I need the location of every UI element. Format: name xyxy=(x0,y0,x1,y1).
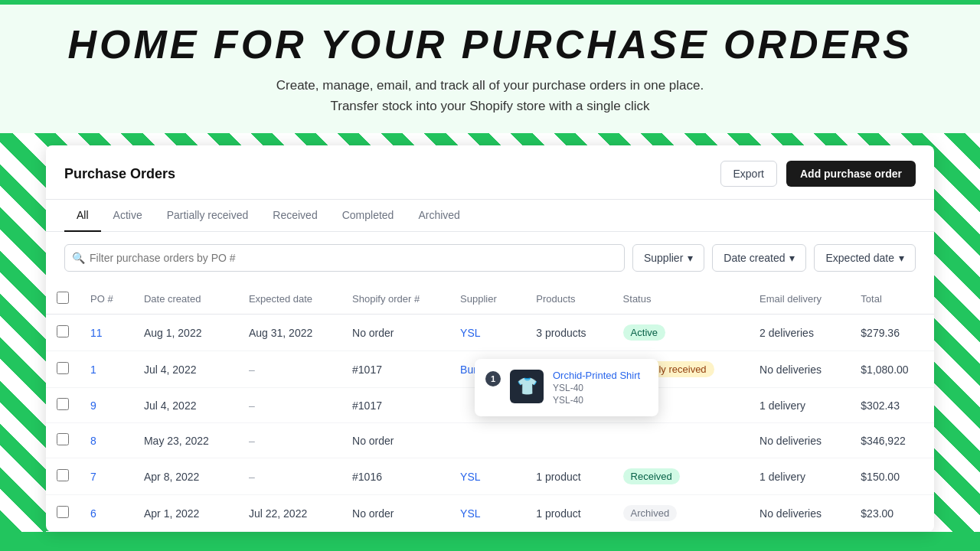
total-cell: $302.43 xyxy=(850,388,934,423)
date-created-cell: Aug 1, 2022 xyxy=(133,315,238,351)
add-purchase-order-button[interactable]: Add purchase order xyxy=(786,161,916,187)
status-badge: Archived xyxy=(623,505,678,521)
total-cell: $279.36 xyxy=(850,315,934,351)
export-button[interactable]: Export xyxy=(720,161,777,187)
search-wrapper: 🔍 xyxy=(64,244,625,272)
row-checkbox[interactable] xyxy=(57,362,69,374)
email-delivery-cell: No deliveries xyxy=(749,423,850,458)
table-row: 8 May 23, 2022 – No order No deliveries … xyxy=(46,423,934,458)
status-cell: Active xyxy=(612,315,749,351)
col-products: Products xyxy=(525,284,612,315)
email-delivery-cell: No deliveries xyxy=(749,351,850,388)
purchase-orders-card: Purchase Orders Export Add purchase orde… xyxy=(46,145,934,532)
supplier-cell: YSL xyxy=(449,315,525,351)
tooltip-badge: 1 xyxy=(485,371,501,386)
shopify-order-cell: No order xyxy=(341,495,449,532)
tooltip-product-name[interactable]: Orchid-Printed Shirt xyxy=(553,370,640,381)
tab-partially-received[interactable]: Partially received xyxy=(155,200,261,232)
expected-date-cell: – xyxy=(238,388,341,423)
status-cell xyxy=(612,423,749,458)
shopify-order-cell: No order xyxy=(341,315,449,351)
chevron-down-icon: ▾ xyxy=(899,252,904,264)
col-email-delivery: Email delivery xyxy=(749,284,850,315)
expected-date: Aug 31, 2022 xyxy=(249,327,312,339)
supplier-cell: YSL xyxy=(449,458,525,495)
po-link[interactable]: 1 xyxy=(90,364,96,376)
expected-date-filter-button[interactable]: Expected date ▾ xyxy=(814,244,916,272)
col-date-created: Date created xyxy=(133,284,238,315)
tab-received[interactable]: Received xyxy=(260,200,329,232)
col-shopify-order: Shopify order # xyxy=(341,284,449,315)
expected-date: Jul 22, 2022 xyxy=(249,507,307,520)
supplier-link[interactable]: YSL xyxy=(460,507,480,520)
supplier-filter-button[interactable]: Supplier ▾ xyxy=(632,244,704,272)
expected-date-cell: – xyxy=(238,351,341,388)
row-checkbox[interactable] xyxy=(57,433,69,445)
products-cell: 1 product xyxy=(525,495,612,532)
email-delivery-cell: 2 deliveries xyxy=(749,315,850,351)
date-created-filter-button[interactable]: Date created ▾ xyxy=(712,244,806,272)
expected-date-dash: – xyxy=(249,471,255,483)
row-checkbox[interactable] xyxy=(57,506,69,518)
table-row: 7 Apr 8, 2022 – #1016 YSL 1 product Rece… xyxy=(46,458,934,495)
date-created-cell: Jul 4, 2022 xyxy=(133,388,238,423)
filter-row: 🔍 Supplier ▾ Date created ▾ Expected dat… xyxy=(46,232,934,284)
search-icon: 🔍 xyxy=(72,252,85,264)
hero-title: HOME FOR YOUR PURCHASE ORDERS xyxy=(31,21,949,67)
status-cell: Received xyxy=(612,458,749,495)
tooltip-sku2: YSL-40 xyxy=(553,395,640,406)
po-link[interactable]: 6 xyxy=(90,507,96,520)
expected-date-cell: Jul 22, 2022 xyxy=(238,495,341,532)
main-bg: Purchase Orders Export Add purchase orde… xyxy=(0,133,980,532)
chevron-down-icon: ▾ xyxy=(789,252,795,264)
expected-date-dash: – xyxy=(249,399,255,412)
supplier-link[interactable]: YSL xyxy=(460,471,480,483)
email-delivery-cell: 1 delivery xyxy=(749,458,850,495)
search-input[interactable] xyxy=(64,244,625,272)
supplier-cell: YSL xyxy=(449,495,525,532)
tooltip-product-info: Orchid-Printed Shirt YSL-40 YSL-40 xyxy=(553,370,640,406)
product-tooltip: 1 👕 Orchid-Printed Shirt YSL-40 YSL-40 xyxy=(475,359,658,416)
po-link[interactable]: 7 xyxy=(90,471,96,483)
orders-table: PO # Date created Expected date Shopify … xyxy=(46,284,934,532)
shopify-order-cell: #1016 xyxy=(341,458,449,495)
row-checkbox[interactable] xyxy=(57,398,69,410)
table-row: 11 Aug 1, 2022 Aug 31, 2022 No order YSL… xyxy=(46,315,934,351)
col-total: Total xyxy=(850,284,934,315)
row-checkbox[interactable] xyxy=(57,469,69,481)
tabs-bar: All Active Partially received Received C… xyxy=(46,200,934,232)
date-created-cell: May 23, 2022 xyxy=(133,423,238,458)
card-header: Purchase Orders Export Add purchase orde… xyxy=(46,145,934,200)
products-cell: 3 products xyxy=(525,315,612,351)
card-title: Purchase Orders xyxy=(64,166,175,182)
tab-all[interactable]: All xyxy=(64,200,101,232)
row-checkbox[interactable] xyxy=(57,325,69,337)
col-po: PO # xyxy=(80,284,133,315)
expected-date-cell: – xyxy=(238,458,341,495)
orders-table-wrapper: PO # Date created Expected date Shopify … xyxy=(46,284,934,532)
col-status: Status xyxy=(612,284,749,315)
tab-archived[interactable]: Archived xyxy=(406,200,472,232)
expected-date-dash: – xyxy=(249,364,255,376)
date-created-cell: Apr 1, 2022 xyxy=(133,495,238,532)
po-link[interactable]: 11 xyxy=(90,327,103,339)
total-cell: $1,080.00 xyxy=(850,351,934,388)
supplier-link[interactable]: YSL xyxy=(460,327,480,339)
status-cell: Archived xyxy=(612,495,749,532)
supplier-cell xyxy=(449,423,525,458)
select-all-checkbox[interactable] xyxy=(57,292,69,304)
col-expected-date: Expected date xyxy=(238,284,341,315)
email-delivery-cell: No deliveries xyxy=(749,495,850,532)
table-row: 1 Jul 4, 2022 – #1017 Burberry 1 product… xyxy=(46,351,934,388)
table-header-row: PO # Date created Expected date Shopify … xyxy=(46,284,934,315)
total-cell: $346,922 xyxy=(850,423,934,458)
tab-active[interactable]: Active xyxy=(101,200,155,232)
hero-subtitle: Create, manage, email, and track all of … xyxy=(31,75,949,116)
tab-completed[interactable]: Completed xyxy=(330,200,407,232)
header-actions: Export Add purchase order xyxy=(720,161,916,187)
po-link[interactable]: 8 xyxy=(90,435,96,447)
po-link[interactable]: 9 xyxy=(90,399,96,412)
status-badge: Active xyxy=(623,324,665,341)
table-row: 6 Apr 1, 2022 Jul 22, 2022 No order YSL … xyxy=(46,495,934,532)
expected-date-dash: – xyxy=(249,435,255,447)
